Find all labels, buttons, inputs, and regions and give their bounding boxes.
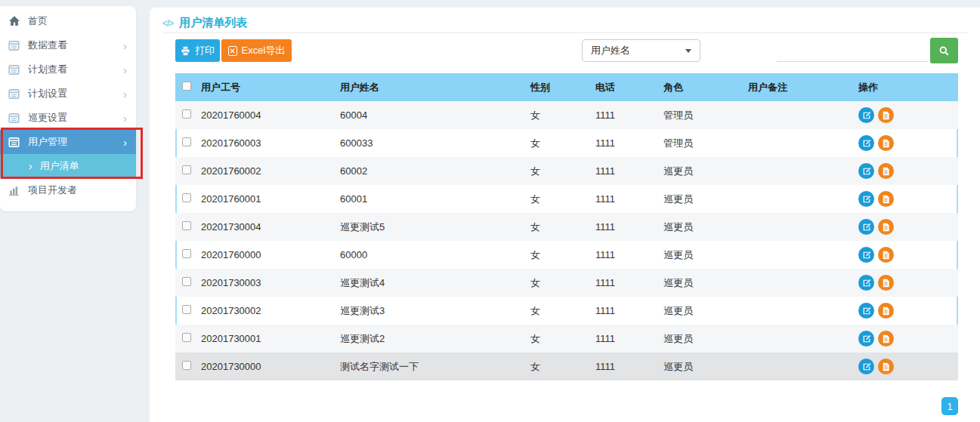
document-icon[interactable] <box>878 359 894 374</box>
sidebar-item-data-view[interactable]: 数据查看› <box>0 33 136 57</box>
table-row: 20201730003巡更测试4女1111巡更员 <box>175 269 958 297</box>
row-checkbox[interactable] <box>182 277 191 286</box>
user-table: 用户工号 用户姓名 性别 电话 角色 用户备注 操作 2020176000460… <box>175 73 958 380</box>
sidebar-item-label: 计划查看 <box>28 63 123 76</box>
cell-role: 巡更员 <box>663 165 748 178</box>
sidebar-item-label: 用户管理 <box>28 135 123 149</box>
row-checkbox[interactable] <box>182 137 191 146</box>
document-icon[interactable] <box>878 303 894 319</box>
cell-user-name: 60002 <box>340 165 526 177</box>
page-title: 用户清单列表 <box>179 16 247 30</box>
edit-icon[interactable] <box>858 303 874 319</box>
col-header-user-id: 用户工号 <box>201 81 340 94</box>
cell-user-id: 20201730004 <box>201 221 340 233</box>
edit-icon[interactable] <box>858 191 874 207</box>
cell-user-name: 60001 <box>340 193 526 205</box>
chevron-right-icon: › <box>123 64 127 75</box>
cell-user-id: 20201760002 <box>201 165 340 177</box>
search-input[interactable] <box>777 41 928 62</box>
list-icon <box>8 136 20 149</box>
sidebar-item-label: 首页 <box>28 14 127 28</box>
cell-user-name: 巡更测试3 <box>340 304 526 318</box>
search-button[interactable] <box>930 38 958 63</box>
cell-phone: 1111 <box>595 277 663 288</box>
chevron-right-icon: › <box>29 160 32 172</box>
edit-icon[interactable] <box>858 359 874 374</box>
cell-user-id: 20201730003 <box>201 277 340 288</box>
select-all-checkbox[interactable] <box>182 82 191 91</box>
printer-icon <box>181 46 190 56</box>
edit-icon[interactable] <box>858 219 874 235</box>
filter-selected-value: 用户姓名 <box>591 44 630 57</box>
edit-icon[interactable] <box>858 135 874 151</box>
sidebar-item-home[interactable]: 首页 <box>0 9 136 33</box>
sidebar-item-user-list[interactable]: ›用户清单 <box>0 154 136 178</box>
document-icon[interactable] <box>878 247 894 263</box>
cell-gender: 女 <box>526 332 595 346</box>
document-icon[interactable] <box>878 107 894 123</box>
row-checkbox[interactable] <box>182 221 191 230</box>
row-checkbox[interactable] <box>182 305 191 314</box>
cell-role: 巡更员 <box>663 248 748 262</box>
cell-phone: 1111 <box>595 333 663 344</box>
edit-icon[interactable] <box>858 331 874 347</box>
list-icon <box>8 112 20 125</box>
edit-icon[interactable] <box>858 107 874 123</box>
sidebar-item-plan-view[interactable]: 计划查看› <box>0 57 136 82</box>
col-header-note: 用户备注 <box>748 81 858 94</box>
document-icon[interactable] <box>878 135 894 151</box>
cell-gender: 女 <box>526 109 595 122</box>
row-checkbox[interactable] <box>182 333 191 342</box>
title-divider <box>162 32 968 33</box>
row-checkbox[interactable] <box>182 193 191 202</box>
sidebar-item-label: 用户清单 <box>40 159 127 173</box>
search-icon <box>938 45 950 57</box>
excel-export-button[interactable]: Excel导出 <box>221 39 292 62</box>
chevron-right-icon: › <box>123 40 127 51</box>
edit-icon[interactable] <box>858 247 874 263</box>
table-row: 20201760003600033女1111管理员 <box>175 129 958 157</box>
sidebar-item-label: 巡更设置 <box>28 111 123 125</box>
cell-phone: 1111 <box>595 109 663 121</box>
edit-icon[interactable] <box>858 163 874 179</box>
cell-user-id: 20201760001 <box>201 193 340 205</box>
col-header-gender: 性别 <box>526 81 595 94</box>
row-checkbox[interactable] <box>182 165 191 174</box>
cell-user-name: 巡更测试2 <box>340 332 526 346</box>
row-checkbox[interactable] <box>182 361 191 370</box>
cell-role: 管理员 <box>663 109 748 122</box>
row-checkbox[interactable] <box>182 249 191 258</box>
document-icon[interactable] <box>878 163 894 179</box>
chevron-right-icon: › <box>123 112 127 124</box>
row-checkbox[interactable] <box>182 109 191 119</box>
table-row: 20201730004巡更测试5女1111巡更员 <box>175 213 958 241</box>
pagination-page-1[interactable]: 1 <box>941 397 958 415</box>
cell-phone: 1111 <box>595 137 663 149</box>
col-header-role: 角色 <box>663 81 748 94</box>
cell-gender: 女 <box>526 165 595 178</box>
cell-gender: 女 <box>526 248 595 262</box>
cell-user-name: 巡更测试4 <box>340 276 526 290</box>
sidebar-item-label: 计划设置 <box>28 87 123 100</box>
sidebar-item-plan-setting[interactable]: 计划设置› <box>0 82 136 106</box>
document-icon[interactable] <box>878 275 894 291</box>
document-icon[interactable] <box>878 219 894 235</box>
cell-phone: 1111 <box>595 361 663 372</box>
document-icon[interactable] <box>878 331 894 347</box>
table-header-row: 用户工号 用户姓名 性别 电话 角色 用户备注 操作 <box>175 73 958 101</box>
sidebar-item-patrol-setting[interactable]: 巡更设置› <box>0 106 136 130</box>
print-button[interactable]: 打印 <box>175 39 220 62</box>
code-icon: </> <box>162 18 173 29</box>
print-button-label: 打印 <box>195 44 215 57</box>
sidebar-item-user-management[interactable]: 用户管理› <box>0 130 136 154</box>
cell-user-name: 600033 <box>340 137 526 149</box>
chevron-right-icon: › <box>123 88 127 100</box>
excel-button-label: Excel导出 <box>242 44 286 57</box>
table-body: 2020176000460004女1111管理员2020176000360003… <box>175 101 958 380</box>
document-icon[interactable] <box>878 191 894 207</box>
col-header-user-name: 用户姓名 <box>340 81 526 94</box>
filter-field-dropdown[interactable]: 用户姓名 <box>582 39 700 62</box>
cell-role: 巡更员 <box>663 304 748 318</box>
sidebar-item-project-developer[interactable]: 项目开发者 <box>0 178 136 202</box>
edit-icon[interactable] <box>858 275 874 291</box>
